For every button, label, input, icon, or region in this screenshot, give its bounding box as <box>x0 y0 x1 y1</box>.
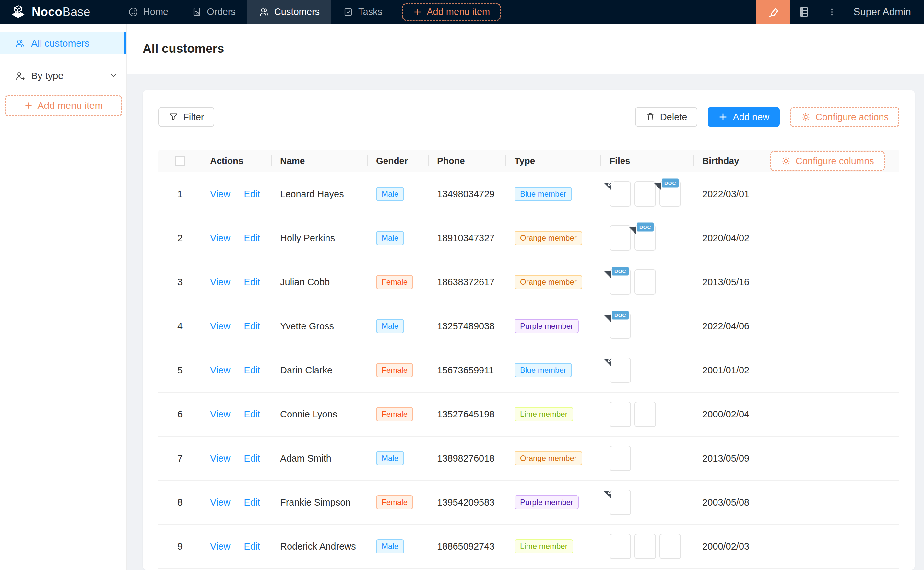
add-new-button[interactable]: Add new <box>708 107 780 127</box>
nav-item-tasks[interactable]: Tasks <box>331 0 394 24</box>
table-toolbar: Filter Delete Add new <box>158 107 899 127</box>
view-link[interactable]: View <box>210 453 230 464</box>
filter-button[interactable]: Filter <box>158 107 214 127</box>
nav-item-orders[interactable]: Orders <box>180 0 248 24</box>
user-menu[interactable]: Super Admin <box>846 6 924 18</box>
brand-name: NocoBase <box>32 5 91 19</box>
type-cell: Blue member <box>506 363 601 377</box>
member-type-tag: Purple member <box>515 495 579 509</box>
edit-link[interactable]: Edit <box>244 277 260 288</box>
view-link[interactable]: View <box>210 541 230 552</box>
gender-cell: Male <box>367 451 429 466</box>
delete-label: Delete <box>660 112 687 123</box>
photo-thumbnail[interactable] <box>609 446 631 471</box>
sidebar-item-label: By type <box>31 70 63 81</box>
phone-cell: 13527645198 <box>429 409 506 420</box>
page-header: All customers <box>127 24 924 74</box>
doc-file-thumbnail[interactable]: DOC <box>635 225 656 251</box>
delete-button[interactable]: Delete <box>635 107 698 127</box>
files-cell: DOC <box>601 270 694 295</box>
edit-link[interactable]: Edit <box>244 409 260 420</box>
view-link[interactable]: View <box>210 497 230 508</box>
row-actions-cell: View Edit <box>201 189 272 199</box>
name-cell: Leonard Hayes <box>272 189 367 199</box>
check-square-icon <box>343 7 354 17</box>
column-header-phone: Phone <box>429 156 506 166</box>
files-cell <box>601 490 694 515</box>
birthday-cell: 2001/01/02 <box>694 365 761 376</box>
name-cell: Roderick Andrews <box>272 541 367 552</box>
member-type-tag: Orange member <box>515 275 582 289</box>
configure-actions-button[interactable]: Configure actions <box>790 107 899 127</box>
action-divider <box>237 541 237 551</box>
photo-thumbnail[interactable] <box>635 401 656 427</box>
sidebar-item-by-type[interactable]: By type <box>0 65 126 86</box>
pdf-file-thumbnail[interactable] <box>609 357 631 383</box>
configure-columns-button[interactable]: Configure columns <box>770 151 885 171</box>
photo-thumbnail[interactable] <box>635 270 656 295</box>
orders-icon <box>192 7 202 17</box>
view-link[interactable]: View <box>210 365 230 376</box>
edit-link[interactable]: Edit <box>244 233 260 244</box>
nav-add-menu-item-button[interactable]: Add menu item <box>402 3 501 21</box>
photo-thumbnail[interactable] <box>660 534 681 559</box>
edit-link[interactable]: Edit <box>244 189 260 199</box>
photo-thumbnail[interactable] <box>609 401 631 427</box>
chevron-down-icon[interactable] <box>109 72 118 80</box>
row-index: 3 <box>158 277 201 288</box>
mobile-client-button[interactable] <box>790 0 818 24</box>
member-type-tag: Orange member <box>515 231 582 245</box>
pdf-file-thumbnail[interactable] <box>609 490 631 515</box>
birthday-cell: 2020/04/02 <box>694 233 761 244</box>
edit-link[interactable]: Edit <box>244 365 260 376</box>
row-actions-cell: View Edit <box>201 321 272 332</box>
content-area: Filter Delete Add new <box>127 74 924 570</box>
sidebar-add-menu-item-button[interactable]: Add menu item <box>5 95 122 116</box>
birthday-cell: 2000/02/03 <box>694 541 761 552</box>
gender-tag: Female <box>376 495 413 509</box>
nav-item-customers[interactable]: Customers <box>248 0 331 24</box>
row-actions-cell: View Edit <box>201 277 272 288</box>
files-cell: DOC <box>601 181 694 207</box>
view-link[interactable]: View <box>210 321 230 332</box>
row-index: 9 <box>158 541 201 552</box>
view-link[interactable]: View <box>210 189 230 199</box>
smile-icon <box>128 7 138 17</box>
view-link[interactable]: View <box>210 233 230 244</box>
more-menu-button[interactable] <box>818 0 846 24</box>
nav-item-label: Tasks <box>358 6 382 17</box>
pdf-file-thumbnail[interactable] <box>609 181 631 207</box>
birthday-cell: 2022/03/01 <box>694 189 761 199</box>
add-new-label: Add new <box>733 112 769 123</box>
edit-link[interactable]: Edit <box>244 497 260 508</box>
row-index: 5 <box>158 365 201 376</box>
gender-cell: Male <box>367 187 429 201</box>
edit-link[interactable]: Edit <box>244 541 260 552</box>
table-row: 5 View Edit Darin Clarke Female 15673659… <box>158 348 899 392</box>
doc-file-thumbnail[interactable]: DOC <box>609 314 631 339</box>
user-switch-icon <box>15 70 25 81</box>
photo-thumbnail[interactable] <box>609 534 631 559</box>
doc-file-thumbnail[interactable]: DOC <box>609 270 631 295</box>
select-all-checkbox[interactable] <box>175 156 186 167</box>
ui-editor-button[interactable] <box>756 0 790 24</box>
view-link[interactable]: View <box>210 409 230 420</box>
name-cell: Julian Cobb <box>272 277 367 288</box>
sidebar-item-all-customers[interactable]: All customers <box>0 32 126 54</box>
type-cell: Lime member <box>506 407 601 421</box>
action-divider <box>237 321 237 331</box>
photo-thumbnail[interactable] <box>635 534 656 559</box>
view-link[interactable]: View <box>210 277 230 288</box>
brand-logo[interactable]: NocoBase <box>0 0 100 24</box>
member-type-tag: Blue member <box>515 363 572 377</box>
doc-file-thumbnail[interactable]: DOC <box>660 181 681 207</box>
files-cell <box>601 534 694 559</box>
phone-cell: 13954209583 <box>429 497 506 508</box>
birthday-cell: 2013/05/09 <box>694 453 761 464</box>
edit-link[interactable]: Edit <box>244 321 260 332</box>
photo-thumbnail[interactable] <box>609 225 631 251</box>
edit-link[interactable]: Edit <box>244 453 260 464</box>
photo-thumbnail[interactable] <box>635 181 656 207</box>
nav-item-home[interactable]: Home <box>116 0 180 24</box>
row-actions-cell: View Edit <box>201 365 272 376</box>
